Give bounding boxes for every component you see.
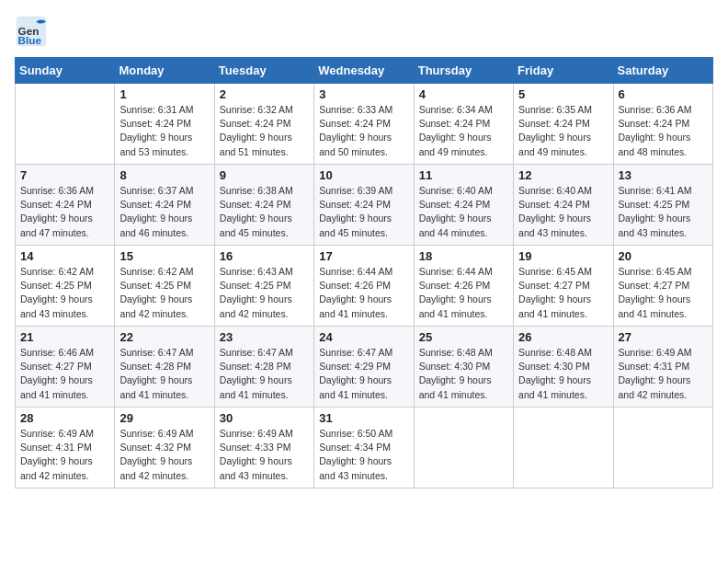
day-number: 29 (119, 411, 209, 425)
calendar-week-row: 7Sunrise: 6:36 AMSunset: 4:24 PMDaylight… (16, 165, 713, 246)
day-number: 21 (20, 330, 109, 344)
calendar-cell: 5Sunrise: 6:35 AMSunset: 4:24 PMDaylight… (514, 84, 613, 165)
calendar-cell: 29Sunrise: 6:49 AMSunset: 4:32 PMDayligh… (115, 408, 214, 488)
day-info: Sunrise: 6:42 AMSunset: 4:25 PMDaylight:… (20, 265, 109, 321)
calendar-cell: 28Sunrise: 6:49 AMSunset: 4:31 PMDayligh… (16, 408, 115, 488)
day-info: Sunrise: 6:39 AMSunset: 4:24 PMDaylight:… (319, 184, 408, 240)
calendar-cell: 31Sunrise: 6:50 AMSunset: 4:34 PMDayligh… (314, 408, 414, 488)
day-number: 28 (20, 411, 109, 425)
calendar-cell: 17Sunrise: 6:44 AMSunset: 4:26 PMDayligh… (314, 246, 414, 327)
day-number: 12 (518, 168, 608, 182)
calendar-week-row: 1Sunrise: 6:31 AMSunset: 4:24 PMDaylight… (16, 84, 713, 165)
day-number: 6 (619, 87, 708, 101)
day-info: Sunrise: 6:35 AMSunset: 4:24 PMDaylight:… (518, 103, 608, 159)
day-number: 10 (319, 168, 408, 182)
day-info: Sunrise: 6:36 AMSunset: 4:24 PMDaylight:… (20, 184, 109, 240)
logo: Gen Blue (15, 15, 53, 48)
day-info: Sunrise: 6:41 AMSunset: 4:25 PMDaylight:… (619, 184, 708, 240)
calendar-cell: 21Sunrise: 6:46 AMSunset: 4:27 PMDayligh… (16, 327, 115, 408)
calendar-cell: 27Sunrise: 6:49 AMSunset: 4:31 PMDayligh… (613, 327, 712, 408)
day-number: 25 (419, 330, 508, 344)
day-number: 13 (619, 168, 708, 182)
day-number: 22 (119, 330, 209, 344)
calendar-cell: 3Sunrise: 6:33 AMSunset: 4:24 PMDaylight… (314, 84, 414, 165)
day-info: Sunrise: 6:31 AMSunset: 4:24 PMDaylight:… (119, 103, 209, 159)
calendar-cell: 20Sunrise: 6:45 AMSunset: 4:27 PMDayligh… (613, 246, 712, 327)
calendar-cell: 9Sunrise: 6:38 AMSunset: 4:24 PMDaylight… (214, 165, 313, 246)
day-info: Sunrise: 6:43 AMSunset: 4:25 PMDaylight:… (220, 265, 309, 321)
logo-icon: Gen Blue (15, 15, 48, 48)
day-info: Sunrise: 6:36 AMSunset: 4:24 PMDaylight:… (619, 103, 708, 159)
day-info: Sunrise: 6:49 AMSunset: 4:33 PMDaylight:… (220, 427, 309, 483)
day-number: 16 (220, 249, 309, 263)
day-info: Sunrise: 6:47 AMSunset: 4:29 PMDaylight:… (319, 346, 408, 402)
day-info: Sunrise: 6:49 AMSunset: 4:31 PMDaylight:… (20, 427, 109, 483)
day-info: Sunrise: 6:45 AMSunset: 4:27 PMDaylight:… (619, 265, 708, 321)
calendar-cell: 8Sunrise: 6:37 AMSunset: 4:24 PMDaylight… (115, 165, 214, 246)
weekday-header-thursday: Thursday (414, 58, 513, 84)
day-info: Sunrise: 6:50 AMSunset: 4:34 PMDaylight:… (319, 427, 408, 483)
calendar-week-row: 28Sunrise: 6:49 AMSunset: 4:31 PMDayligh… (16, 408, 713, 488)
weekday-header-sunday: Sunday (16, 58, 115, 84)
day-number: 4 (419, 87, 508, 101)
day-number: 1 (119, 87, 209, 101)
calendar-cell: 18Sunrise: 6:44 AMSunset: 4:26 PMDayligh… (414, 246, 513, 327)
calendar-cell: 2Sunrise: 6:32 AMSunset: 4:24 PMDaylight… (214, 84, 313, 165)
day-info: Sunrise: 6:49 AMSunset: 4:32 PMDaylight:… (119, 427, 209, 483)
day-info: Sunrise: 6:49 AMSunset: 4:31 PMDaylight:… (619, 346, 708, 402)
day-number: 30 (220, 411, 309, 425)
calendar-cell: 24Sunrise: 6:47 AMSunset: 4:29 PMDayligh… (314, 327, 414, 408)
calendar-cell: 23Sunrise: 6:47 AMSunset: 4:28 PMDayligh… (214, 327, 313, 408)
day-info: Sunrise: 6:44 AMSunset: 4:26 PMDaylight:… (319, 265, 408, 321)
calendar-cell (514, 408, 613, 488)
calendar-cell: 19Sunrise: 6:45 AMSunset: 4:27 PMDayligh… (514, 246, 613, 327)
day-number: 17 (319, 249, 408, 263)
day-info: Sunrise: 6:45 AMSunset: 4:27 PMDaylight:… (518, 265, 608, 321)
day-number: 5 (518, 87, 608, 101)
day-info: Sunrise: 6:34 AMSunset: 4:24 PMDaylight:… (419, 103, 508, 159)
day-info: Sunrise: 6:48 AMSunset: 4:30 PMDaylight:… (419, 346, 508, 402)
calendar-cell: 11Sunrise: 6:40 AMSunset: 4:24 PMDayligh… (414, 165, 513, 246)
day-info: Sunrise: 6:33 AMSunset: 4:24 PMDaylight:… (319, 103, 408, 159)
day-number: 9 (220, 168, 309, 182)
weekday-header-monday: Monday (115, 58, 214, 84)
day-number: 27 (619, 330, 708, 344)
day-info: Sunrise: 6:44 AMSunset: 4:26 PMDaylight:… (419, 265, 508, 321)
day-number: 18 (419, 249, 508, 263)
day-info: Sunrise: 6:40 AMSunset: 4:24 PMDaylight:… (419, 184, 508, 240)
day-info: Sunrise: 6:47 AMSunset: 4:28 PMDaylight:… (119, 346, 209, 402)
calendar-cell: 15Sunrise: 6:42 AMSunset: 4:25 PMDayligh… (115, 246, 214, 327)
day-info: Sunrise: 6:46 AMSunset: 4:27 PMDaylight:… (20, 346, 109, 402)
calendar-table: SundayMondayTuesdayWednesdayThursdayFrid… (15, 57, 713, 488)
weekday-header-saturday: Saturday (613, 58, 712, 84)
calendar-cell (613, 408, 712, 488)
weekday-header-wednesday: Wednesday (314, 58, 414, 84)
calendar-week-row: 21Sunrise: 6:46 AMSunset: 4:27 PMDayligh… (16, 327, 713, 408)
day-info: Sunrise: 6:40 AMSunset: 4:24 PMDaylight:… (518, 184, 608, 240)
calendar-cell: 14Sunrise: 6:42 AMSunset: 4:25 PMDayligh… (16, 246, 115, 327)
day-info: Sunrise: 6:38 AMSunset: 4:24 PMDaylight:… (220, 184, 309, 240)
weekday-header-tuesday: Tuesday (214, 58, 313, 84)
calendar-cell: 25Sunrise: 6:48 AMSunset: 4:30 PMDayligh… (414, 327, 513, 408)
day-number: 8 (119, 168, 209, 182)
calendar-header-row: SundayMondayTuesdayWednesdayThursdayFrid… (16, 58, 713, 84)
day-number: 20 (619, 249, 708, 263)
day-info: Sunrise: 6:32 AMSunset: 4:24 PMDaylight:… (220, 103, 309, 159)
day-number: 7 (20, 168, 109, 182)
calendar-cell (414, 408, 513, 488)
day-info: Sunrise: 6:48 AMSunset: 4:30 PMDaylight:… (518, 346, 608, 402)
calendar-cell: 16Sunrise: 6:43 AMSunset: 4:25 PMDayligh… (214, 246, 313, 327)
calendar-cell: 13Sunrise: 6:41 AMSunset: 4:25 PMDayligh… (613, 165, 712, 246)
svg-text:Blue: Blue (18, 34, 42, 46)
calendar-week-row: 14Sunrise: 6:42 AMSunset: 4:25 PMDayligh… (16, 246, 713, 327)
day-number: 19 (518, 249, 608, 263)
day-number: 15 (119, 249, 209, 263)
day-number: 24 (319, 330, 408, 344)
calendar-cell: 26Sunrise: 6:48 AMSunset: 4:30 PMDayligh… (514, 327, 613, 408)
page-header: Gen Blue (15, 15, 713, 48)
calendar-cell: 6Sunrise: 6:36 AMSunset: 4:24 PMDaylight… (613, 84, 712, 165)
calendar-cell: 10Sunrise: 6:39 AMSunset: 4:24 PMDayligh… (314, 165, 414, 246)
calendar-cell: 1Sunrise: 6:31 AMSunset: 4:24 PMDaylight… (115, 84, 214, 165)
day-info: Sunrise: 6:47 AMSunset: 4:28 PMDaylight:… (220, 346, 309, 402)
calendar-cell: 7Sunrise: 6:36 AMSunset: 4:24 PMDaylight… (16, 165, 115, 246)
